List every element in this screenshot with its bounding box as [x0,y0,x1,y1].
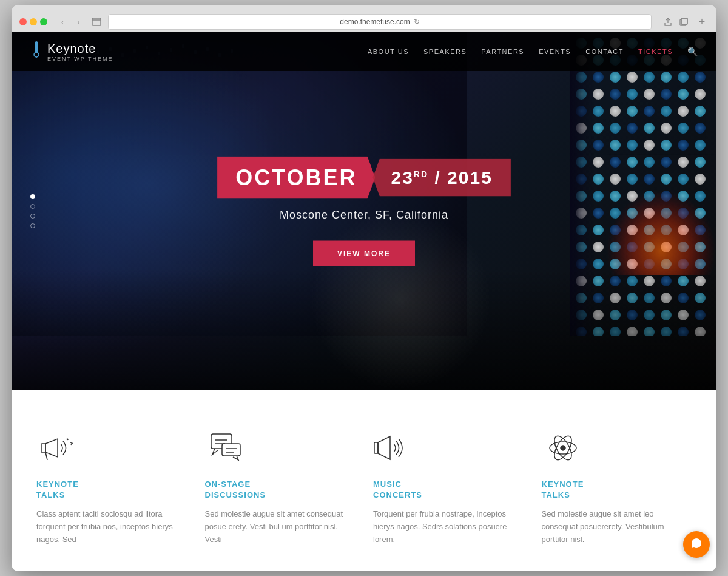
hero-section: Keynote EVENT WP THEME ABOUT US SPEAKERS… [12,32,716,390]
feature-desc-4: Sed molestie augue sit amet leo consequa… [542,508,692,546]
svg-point-57 [627,106,638,117]
nav-about-us[interactable]: ABOUT US [368,48,409,55]
feature-concerts: MUSICCONCERTS Torquent per frubia nostra… [373,427,524,546]
feature-desc-3: Torquent per frubia nostrape, inceptos h… [373,508,524,546]
feature-discussions: ON-STAGEDISCUSSIONS Sed molestie augue s… [205,427,356,546]
site-header: Keynote EVENT WP THEME ABOUT US SPEAKERS… [12,32,716,71]
stage-floor [12,269,716,390]
slide-dot-2[interactable] [30,204,35,209]
nav-partners[interactable]: PARTNERS [481,48,524,55]
logo-text: Keynote EVENT WP THEME [47,42,113,62]
browser-window: ‹ › demo.themefuse.com ↻ [12,5,716,571]
svg-rect-188 [41,444,46,452]
hero-content: OCTOBER 23RD / 2015 Moscone Center, SF, … [182,157,546,266]
svg-point-66 [644,123,655,134]
chat-icon [205,427,248,469]
tabs-icon [90,15,103,29]
svg-point-41 [627,72,638,83]
svg-point-49 [627,89,638,100]
svg-point-43 [661,72,672,83]
svg-point-53 [695,89,706,100]
svg-point-48 [610,89,621,100]
svg-point-52 [678,89,689,100]
slide-dot-4[interactable] [30,223,35,228]
svg-point-58 [644,106,655,117]
browser-actions [661,15,690,29]
svg-point-56 [610,106,621,117]
view-more-button[interactable]: VIEW MORE [313,241,415,266]
svg-rect-196 [222,444,240,456]
nav-events[interactable]: EVENTS [539,48,571,55]
svg-point-40 [610,72,621,83]
svg-rect-0 [92,18,101,25]
svg-point-73 [627,140,638,151]
feature-title-3: MUSICCONCERTS [373,479,422,501]
feature-title-2: ON-STAGEDISCUSSIONS [205,479,266,501]
svg-point-45 [695,72,706,83]
nav-tickets[interactable]: TICKETS [638,48,673,55]
svg-point-59 [661,106,672,117]
svg-rect-199 [374,442,378,453]
dot-green[interactable] [40,18,47,25]
new-tab-button[interactable] [677,15,690,29]
feature-title-1: KEYNOTETALKS [36,479,79,501]
add-tab-button[interactable]: + [695,15,709,29]
svg-point-50 [644,89,655,100]
svg-point-74 [644,140,655,151]
svg-rect-3 [681,18,687,24]
slide-dot-3[interactable] [30,214,35,219]
features-section: KEYNOTETALKS Class aptent taciti sociosq… [12,390,716,571]
svg-point-72 [610,140,621,151]
main-nav: ABOUT US SPEAKERS PARTNERS EVENTS CONTAC… [368,47,698,56]
url-text: demo.themefuse.com [340,18,410,26]
feature-keynote-talks: KEYNOTETALKS Class aptent taciti sociosq… [36,427,187,546]
svg-point-60 [678,106,689,117]
search-icon[interactable]: 🔍 [687,47,698,56]
svg-point-76 [678,140,689,151]
svg-point-51 [661,89,672,100]
browser-chrome: ‹ › demo.themefuse.com ↻ [12,5,716,32]
slide-dots [30,194,35,228]
chat-bubble-button[interactable] [683,531,710,558]
browser-nav: ‹ › [56,15,85,29]
logo-icon [30,41,42,62]
chat-bubble-icon [690,537,703,552]
dot-red[interactable] [19,18,27,25]
hero-location: Moscone Center, SF, California [182,209,546,222]
fire-effect [607,154,716,275]
reload-icon[interactable]: ↻ [414,18,420,26]
forward-button[interactable]: › [72,15,85,29]
speaker-icon [373,427,416,469]
svg-point-42 [644,72,655,83]
svg-point-67 [661,123,672,134]
svg-point-77 [695,140,706,151]
slide-dot-1[interactable] [30,194,35,199]
share-button[interactable] [661,15,675,29]
svg-point-44 [678,72,689,83]
svg-rect-183 [607,154,716,275]
feature-keynote-talks-2: KEYNOTETALKS Sed molestie augue sit amet… [542,427,692,546]
svg-point-64 [610,123,621,134]
feature-desc-1: Class aptent taciti sociosqu ad litora t… [36,508,187,546]
svg-point-68 [678,123,689,134]
megaphone-icon [36,427,79,469]
date-banner: OCTOBER 23RD / 2015 [182,157,546,199]
browser-dots [19,18,47,25]
svg-point-75 [661,140,672,151]
features-grid: KEYNOTETALKS Class aptent taciti sociosq… [36,427,692,546]
dot-yellow[interactable] [30,18,37,25]
svg-point-61 [695,106,706,117]
date-month: OCTOBER [217,157,375,199]
svg-point-69 [695,123,706,134]
address-bar[interactable]: demo.themefuse.com ↻ [108,14,652,30]
atom-icon [542,427,584,469]
nav-speakers[interactable]: SPEAKERS [423,48,467,55]
back-button[interactable]: ‹ [56,15,69,29]
feature-desc-2: Sed molestie augue sit amet consequat po… [205,508,356,546]
logo-name: Keynote [47,42,113,56]
website-content: Keynote EVENT WP THEME ABOUT US SPEAKERS… [12,32,716,571]
svg-rect-184 [35,41,38,53]
feature-title-4: KEYNOTETALKS [542,479,584,501]
logo[interactable]: Keynote EVENT WP THEME [30,41,113,62]
nav-contact[interactable]: CONTACT [585,48,624,55]
